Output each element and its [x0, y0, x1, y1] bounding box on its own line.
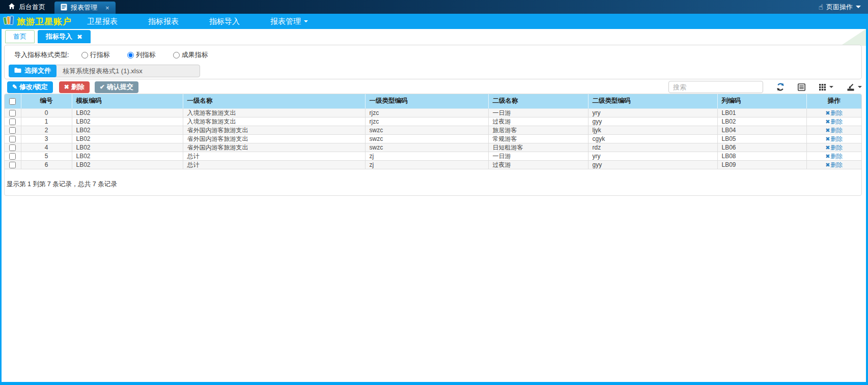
tab-home[interactable]: 首页	[5, 30, 35, 43]
cell-l2-type-code: yry	[588, 152, 717, 160]
navbar-item-2[interactable]: 指标导入	[209, 17, 240, 26]
tab-indicator-import[interactable]: 指标导入 ✖	[38, 30, 91, 43]
row-checkbox[interactable]	[9, 153, 16, 160]
cell-actions: ✖删除	[806, 152, 861, 160]
cell-template-code: LB02	[72, 126, 183, 134]
cell-l2-name: 一日游	[488, 152, 588, 160]
format-radio-option-2[interactable]: 成果指标	[173, 50, 208, 60]
cell-l1-name: 总计	[183, 160, 365, 169]
window-tab-close-icon[interactable]: ×	[105, 4, 109, 12]
row-check-cell	[5, 152, 21, 160]
table-header-row: 编号 模板编码 一级名称 一级类型编码 二级名称 二级类型编码 列编码 操作	[5, 94, 861, 108]
cell-l1-type-code: swzc	[365, 143, 488, 152]
cell-id: 0	[21, 108, 72, 117]
selected-file-name: 核算系统报表格式1 (1).xlsx	[57, 67, 143, 76]
navbar-item-label: 指标导入	[209, 17, 240, 26]
header-id[interactable]: 编号	[21, 94, 72, 108]
report-management-window-tab[interactable]: 报表管理 ×	[54, 2, 116, 14]
x-icon: ✖	[64, 83, 69, 91]
export-button[interactable]	[847, 83, 862, 91]
row-checkbox[interactable]	[9, 144, 16, 151]
navbar-item-1[interactable]: 指标报表	[148, 17, 179, 26]
navbar-item-3[interactable]: 报表管理	[270, 17, 308, 26]
page-tab-bar: 首页 指标导入 ✖	[2, 29, 866, 43]
brand-logo-icon	[3, 15, 14, 27]
navbar-item-0[interactable]: 卫星报表	[87, 17, 118, 26]
delete-button[interactable]: ✖ 删除	[59, 81, 90, 93]
tab-close-icon[interactable]: ✖	[77, 33, 82, 41]
page-actions-menu[interactable]: ☝ 页面操作	[819, 0, 868, 14]
cell-actions: ✖删除	[806, 143, 861, 152]
format-radio-option-1[interactable]: 列指标	[127, 50, 156, 60]
pencil-icon: ✎	[12, 83, 17, 91]
select-all-checkbox[interactable]	[9, 98, 16, 105]
row-checkbox[interactable]	[9, 110, 16, 116]
table-row: 0 LB02 入境游客旅游支出 rjzc 一日游 yry LB01 ✖删除	[5, 108, 861, 117]
table-row: 5 LB02 总计 zj 一日游 yry LB08 ✖删除	[5, 152, 861, 160]
format-radio-input[interactable]	[173, 52, 180, 58]
row-checkbox[interactable]	[9, 127, 16, 134]
refresh-button[interactable]	[776, 83, 785, 91]
cell-l2-name: 日短租游客	[488, 143, 588, 152]
cell-actions: ✖删除	[806, 160, 861, 169]
header-l2-name[interactable]: 二级名称	[488, 94, 588, 108]
search-input[interactable]	[668, 81, 763, 93]
row-check-cell	[5, 126, 21, 134]
format-radio-option-0[interactable]: 行指标	[81, 50, 110, 60]
delete-x-icon: ✖	[825, 127, 830, 133]
file-picker: 选择文件 核算系统报表格式1 (1).xlsx	[9, 65, 200, 77]
delete-x-icon: ✖	[825, 136, 830, 142]
delete-row-link[interactable]: ✖删除	[825, 118, 843, 125]
cell-l1-name: 入境游客旅游支出	[183, 108, 365, 117]
content-area: 首页 指标导入 ✖ 导入指标格式类型: 行指标 列指标 成果指标 选择文件	[0, 29, 868, 385]
brand[interactable]: 旅游卫星账户	[3, 15, 72, 27]
cell-l2-name: 旅居游客	[488, 126, 588, 134]
format-radio-input[interactable]	[127, 52, 134, 58]
record-summary: 显示第 1 到第 7 条记录，总共 7 条记录	[7, 180, 117, 189]
delete-row-link[interactable]: ✖删除	[825, 135, 843, 142]
header-l2-type-code[interactable]: 二级类型编码	[588, 94, 717, 108]
cell-col-code: LB01	[717, 108, 806, 117]
format-type-label: 导入指标格式类型:	[14, 50, 69, 60]
cell-template-code: LB02	[72, 108, 183, 117]
delete-x-icon: ✖	[825, 110, 830, 116]
choose-file-button[interactable]: 选择文件	[9, 65, 57, 77]
chevron-down-icon	[858, 86, 862, 90]
table-row: 6 LB02 总计 zj 过夜游 gyy LB09 ✖删除	[5, 160, 861, 169]
chevron-down-icon	[304, 20, 308, 24]
choose-file-label: 选择文件	[24, 66, 51, 75]
confirm-submit-button[interactable]: ✔ 确认提交	[95, 81, 138, 93]
cell-template-code: LB02	[72, 152, 183, 160]
format-radio-input[interactable]	[81, 52, 88, 58]
delete-row-link[interactable]: ✖删除	[825, 161, 843, 168]
row-checkbox[interactable]	[9, 136, 16, 142]
cell-template-code: LB02	[72, 117, 183, 126]
row-checkbox[interactable]	[9, 119, 16, 125]
toggle-view-button[interactable]	[798, 83, 805, 91]
cell-l1-name: 省外国内游客旅游支出	[183, 143, 365, 152]
cell-l2-name: 一日游	[488, 108, 588, 117]
delete-row-link[interactable]: ✖删除	[825, 109, 843, 116]
row-check-cell	[5, 108, 21, 117]
delete-row-link[interactable]: ✖删除	[825, 153, 843, 160]
backend-home-tab[interactable]: 后台首页	[0, 0, 54, 14]
header-l1-type-code[interactable]: 一级类型编码	[365, 94, 488, 108]
cell-col-code: LB08	[717, 152, 806, 160]
page-actions-label: 页面操作	[826, 3, 853, 12]
delete-row-link[interactable]: ✖删除	[825, 144, 843, 151]
cell-l2-type-code: gyy	[588, 117, 717, 126]
header-template-code[interactable]: 模板编码	[72, 94, 183, 108]
modify-lock-button[interactable]: ✎ 修改/锁定	[7, 81, 53, 93]
cell-template-code: LB02	[72, 160, 183, 169]
row-check-cell	[5, 143, 21, 152]
indicator-table: 编号 模板编码 一级名称 一级类型编码 二级名称 二级类型编码 列编码 操作 0…	[5, 94, 861, 169]
delete-row-link[interactable]: ✖删除	[825, 127, 843, 134]
columns-button[interactable]	[819, 83, 833, 91]
cell-l2-type-code: rdz	[588, 143, 717, 152]
cell-id: 1	[21, 117, 72, 126]
format-radio-label: 行指标	[90, 50, 110, 60]
header-l1-name[interactable]: 一级名称	[183, 94, 365, 108]
header-col-code[interactable]: 列编码	[717, 94, 806, 108]
import-form-panel: 导入指标格式类型: 行指标 列指标 成果指标 选择文件 核算系统报表格式1 (1…	[4, 45, 862, 79]
row-checkbox[interactable]	[9, 162, 16, 168]
